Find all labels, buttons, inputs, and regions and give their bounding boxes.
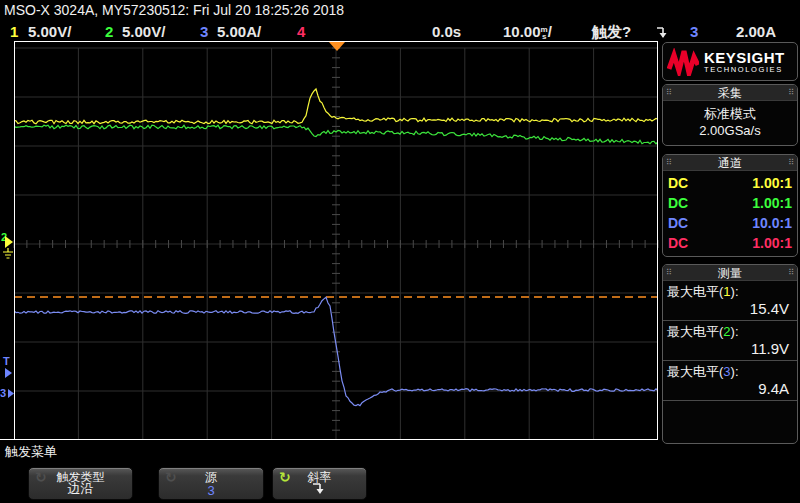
- ch2-number[interactable]: 2: [105, 23, 113, 40]
- channel-row-4: DC1.00:1: [663, 233, 797, 253]
- channel-reference-marker[interactable]: [5, 236, 13, 248]
- grip-icon: ⠿: [788, 269, 794, 277]
- ch4-number[interactable]: 4: [297, 23, 305, 40]
- channel-reference-marker[interactable]: [5, 368, 12, 378]
- left-marker[interactable]: T: [3, 355, 10, 367]
- acquisition-panel: ⠿ 采集 ⠿ 标准模式 2.00GSa/s: [662, 84, 798, 146]
- channel-row-3: DC10.0:1: [663, 213, 797, 233]
- softkey-trigger-type[interactable]: ↻ 触发类型 边沿: [28, 467, 133, 500]
- acq-mode: 标准模式: [665, 105, 795, 122]
- measurements-panel-header[interactable]: ⠿ 测量 ⠿: [663, 265, 797, 281]
- sidebar: KEYSIGHT TECHNOLOGIES ⠿ 采集 ⠿ 标准模式 2.00GS…: [662, 42, 798, 444]
- ground-symbol-icon: [3, 248, 13, 258]
- channel-row-2: DC1.00:1: [663, 193, 797, 213]
- menu-title: 触发菜单: [5, 443, 57, 461]
- left-marker[interactable]: 3: [0, 387, 6, 399]
- grip-icon: ⠿: [666, 159, 672, 167]
- keysight-logo-icon: [667, 48, 699, 76]
- measurement-value: 15.4V: [667, 299, 793, 318]
- status-bar: 1 5.00V/ 2 5.00V/ 3 5.00A/ 4 0.0s 10.00m…: [0, 20, 800, 43]
- sample-rate: 2.00GSa/s: [665, 122, 795, 139]
- title-bar: MSO-X 3024A, MY57230512: Fri Jul 20 18:2…: [0, 0, 800, 20]
- waveform-display: 2T3: [0, 41, 660, 441]
- falling-edge-icon: [273, 482, 366, 498]
- trigger-status: 触发?: [592, 23, 631, 42]
- time-position[interactable]: 0.0s: [432, 23, 461, 40]
- brand-panel: KEYSIGHT TECHNOLOGIES: [662, 42, 798, 81]
- channels-panel-header[interactable]: ⠿ 通道 ⠿: [663, 155, 797, 171]
- softkey-trigger-slope[interactable]: ↻ 斜率: [272, 467, 367, 500]
- ch2-scale[interactable]: 5.00V/: [122, 23, 165, 40]
- measurement-item: 最大电平(1): 15.4V: [663, 281, 797, 321]
- ch3-number[interactable]: 3: [200, 23, 208, 40]
- trigger-level[interactable]: 2.00A: [736, 23, 776, 40]
- softkey-trigger-source[interactable]: ↻ 源 3: [158, 467, 264, 500]
- measurement-item: 最大电平(2): 11.9V: [663, 321, 797, 361]
- brand-name: KEYSIGHT TECHNOLOGIES: [704, 50, 785, 74]
- channels-panel: ⠿ 通道 ⠿ DC1.00:1 DC1.00:1 DC10.0:1 DC1.00…: [662, 154, 798, 257]
- measurements-panel: ⠿ 测量 ⠿ 最大电平(1): 15.4V 最大电平(2): 11.9V 最大电…: [662, 264, 798, 444]
- trigger-source[interactable]: 3: [690, 23, 698, 40]
- measurement-value: 11.9V: [667, 339, 793, 358]
- timebase-unit: ms: [541, 26, 548, 40]
- ch1-scale[interactable]: 5.00V/: [28, 23, 71, 40]
- ch1-number[interactable]: 1: [10, 23, 18, 40]
- grip-icon: ⠿: [788, 89, 794, 97]
- acquisition-panel-header[interactable]: ⠿ 采集 ⠿: [663, 85, 797, 101]
- trigger-slope-icon: [656, 25, 669, 39]
- grip-icon: ⠿: [788, 159, 794, 167]
- timebase[interactable]: 10.00ms/: [503, 23, 552, 40]
- instrument-title: MSO-X 3024A, MY57230512: Fri Jul 20 18:2…: [4, 2, 344, 18]
- grip-icon: ⠿: [666, 89, 672, 97]
- grip-icon: ⠿: [666, 269, 672, 277]
- trigger-time-marker[interactable]: [329, 42, 345, 51]
- channel-reference-marker[interactable]: [8, 389, 14, 398]
- ch3-scale[interactable]: 5.00A/: [217, 23, 261, 40]
- channel-row-1: DC1.00:1: [663, 173, 797, 193]
- measurement-value: 9.4A: [667, 379, 793, 398]
- measurement-item: 最大电平(3): 9.4A: [663, 361, 797, 401]
